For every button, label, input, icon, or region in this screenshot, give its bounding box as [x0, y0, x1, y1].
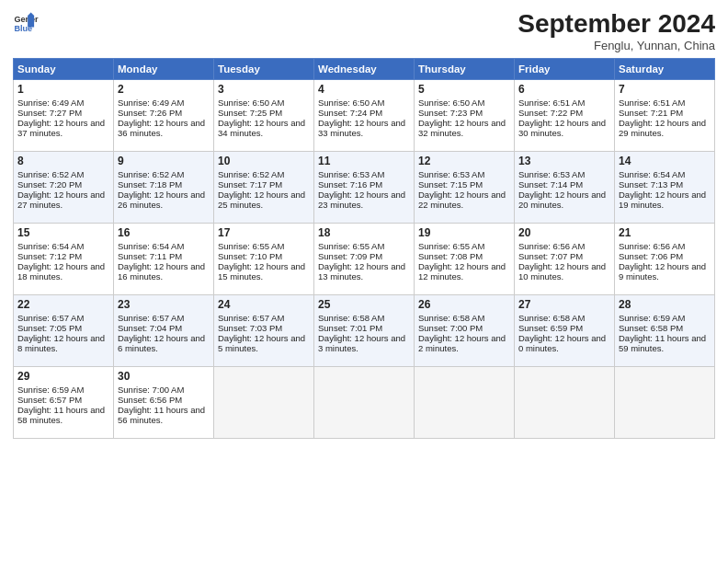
sunrise-text: Sunrise: 6:50 AM	[318, 98, 384, 108]
sunset-text: Sunset: 6:59 PM	[518, 323, 583, 333]
table-cell: 6Sunrise: 6:51 AMSunset: 7:22 PMDaylight…	[515, 80, 615, 152]
sunrise-text: Sunrise: 6:56 AM	[619, 241, 685, 251]
header-row: Sunday Monday Tuesday Wednesday Thursday…	[14, 59, 715, 80]
sunrise-text: Sunrise: 6:58 AM	[318, 313, 384, 323]
sunset-text: Sunset: 7:09 PM	[318, 251, 382, 261]
daylight-text: Daylight: 11 hours and 56 minutes.	[118, 405, 205, 425]
header: General Blue September 2024 Fenglu, Yunn…	[13, 9, 715, 52]
sunset-text: Sunset: 7:13 PM	[619, 179, 683, 190]
sunset-text: Sunset: 7:26 PM	[118, 108, 182, 118]
daylight-text: Daylight: 12 hours and 20 minutes.	[518, 190, 606, 210]
day-number: 16	[118, 226, 210, 239]
sunrise-text: Sunrise: 6:49 AM	[17, 98, 84, 108]
table-cell: 26Sunrise: 6:58 AMSunset: 7:00 PMDayligh…	[415, 295, 515, 367]
day-number: 21	[619, 226, 711, 239]
day-number: 7	[619, 83, 711, 96]
day-number: 8	[17, 155, 109, 167]
sunset-text: Sunset: 7:12 PM	[17, 251, 82, 261]
sunset-text: Sunset: 7:03 PM	[218, 323, 282, 333]
table-cell: 18Sunrise: 6:55 AMSunset: 7:09 PMDayligh…	[314, 224, 415, 295]
sunrise-text: Sunrise: 6:58 AM	[418, 313, 484, 323]
sunrise-text: Sunrise: 6:59 AM	[17, 385, 84, 395]
daylight-text: Daylight: 12 hours and 19 minutes.	[619, 190, 706, 210]
daylight-text: Daylight: 12 hours and 27 minutes.	[17, 190, 105, 210]
logo-icon: General Blue	[13, 9, 39, 35]
sunset-text: Sunset: 7:24 PM	[318, 108, 382, 118]
sunrise-text: Sunrise: 6:56 AM	[518, 241, 585, 251]
table-cell: 7Sunrise: 6:51 AMSunset: 7:21 PMDaylight…	[615, 80, 715, 152]
col-monday: Monday	[114, 59, 214, 80]
sunrise-text: Sunrise: 6:49 AM	[118, 98, 184, 108]
week-row: 8Sunrise: 6:52 AMSunset: 7:20 PMDaylight…	[14, 152, 715, 224]
day-number: 6	[518, 83, 610, 96]
week-row: 1Sunrise: 6:49 AMSunset: 7:27 PMDaylight…	[14, 80, 715, 152]
table-cell: 10Sunrise: 6:52 AMSunset: 7:17 PMDayligh…	[214, 152, 314, 224]
day-number: 10	[218, 155, 310, 167]
day-number: 15	[17, 226, 109, 239]
sunset-text: Sunset: 7:01 PM	[318, 323, 382, 333]
sunrise-text: Sunrise: 6:52 AM	[218, 169, 284, 179]
sunset-text: Sunset: 7:04 PM	[118, 323, 182, 333]
sunset-text: Sunset: 7:27 PM	[17, 108, 82, 118]
table-cell: 24Sunrise: 6:57 AMSunset: 7:03 PMDayligh…	[214, 295, 314, 367]
sunset-text: Sunset: 7:16 PM	[318, 179, 382, 190]
col-wednesday: Wednesday	[314, 59, 415, 80]
sunset-text: Sunset: 7:15 PM	[418, 179, 483, 190]
day-number: 13	[518, 155, 610, 167]
table-cell: 14Sunrise: 6:54 AMSunset: 7:13 PMDayligh…	[615, 152, 715, 224]
col-sunday: Sunday	[14, 59, 114, 80]
sunrise-text: Sunrise: 6:52 AM	[118, 169, 184, 179]
col-friday: Friday	[515, 59, 615, 80]
table-cell: 23Sunrise: 6:57 AMSunset: 7:04 PMDayligh…	[114, 295, 214, 367]
table-cell: 5Sunrise: 6:50 AMSunset: 7:23 PMDaylight…	[415, 80, 515, 152]
sunset-text: Sunset: 7:06 PM	[619, 251, 683, 261]
sunrise-text: Sunrise: 6:54 AM	[17, 241, 84, 251]
sunset-text: Sunset: 7:11 PM	[118, 251, 182, 261]
sunrise-text: Sunrise: 6:57 AM	[118, 313, 184, 323]
table-cell: 30Sunrise: 7:00 AMSunset: 6:56 PMDayligh…	[114, 367, 214, 439]
day-number: 12	[418, 155, 510, 167]
daylight-text: Daylight: 12 hours and 15 minutes.	[218, 261, 305, 282]
location: Fenglu, Yunnan, China	[518, 39, 715, 52]
day-number: 25	[318, 298, 410, 311]
table-cell: 25Sunrise: 6:58 AMSunset: 7:01 PMDayligh…	[314, 295, 415, 367]
daylight-text: Daylight: 12 hours and 26 minutes.	[118, 190, 205, 210]
table-cell	[415, 367, 515, 439]
daylight-text: Daylight: 12 hours and 12 minutes.	[418, 261, 506, 282]
sunset-text: Sunset: 7:14 PM	[518, 179, 583, 190]
sunrise-text: Sunrise: 6:59 AM	[619, 313, 685, 323]
daylight-text: Daylight: 12 hours and 37 minutes.	[17, 118, 105, 138]
sunset-text: Sunset: 6:56 PM	[118, 395, 182, 405]
month-title: September 2024	[518, 9, 715, 39]
sunrise-text: Sunrise: 6:55 AM	[218, 241, 284, 251]
daylight-text: Daylight: 12 hours and 6 minutes.	[118, 333, 205, 353]
sunset-text: Sunset: 7:10 PM	[218, 251, 282, 261]
sunset-text: Sunset: 7:22 PM	[518, 108, 583, 118]
sunrise-text: Sunrise: 6:52 AM	[17, 169, 84, 179]
sunset-text: Sunset: 7:23 PM	[418, 108, 483, 118]
day-number: 4	[318, 83, 410, 96]
sunrise-text: Sunrise: 6:58 AM	[518, 313, 585, 323]
table-cell: 19Sunrise: 6:55 AMSunset: 7:08 PMDayligh…	[415, 224, 515, 295]
day-number: 17	[218, 226, 310, 239]
daylight-text: Daylight: 12 hours and 32 minutes.	[418, 118, 506, 138]
table-cell: 4Sunrise: 6:50 AMSunset: 7:24 PMDaylight…	[314, 80, 415, 152]
daylight-text: Daylight: 12 hours and 33 minutes.	[318, 118, 405, 138]
daylight-text: Daylight: 12 hours and 29 minutes.	[619, 118, 706, 138]
col-thursday: Thursday	[415, 59, 515, 80]
title-area: September 2024 Fenglu, Yunnan, China	[518, 9, 715, 52]
daylight-text: Daylight: 12 hours and 8 minutes.	[17, 333, 105, 353]
day-number: 29	[17, 370, 109, 383]
col-tuesday: Tuesday	[214, 59, 314, 80]
daylight-text: Daylight: 12 hours and 2 minutes.	[418, 333, 506, 353]
sunrise-text: Sunrise: 6:53 AM	[318, 169, 384, 179]
daylight-text: Daylight: 12 hours and 34 minutes.	[218, 118, 305, 138]
table-cell: 21Sunrise: 6:56 AMSunset: 7:06 PMDayligh…	[615, 224, 715, 295]
day-number: 26	[418, 298, 510, 311]
sunset-text: Sunset: 6:58 PM	[619, 323, 683, 333]
col-saturday: Saturday	[615, 59, 715, 80]
daylight-text: Daylight: 12 hours and 30 minutes.	[518, 118, 606, 138]
daylight-text: Daylight: 12 hours and 9 minutes.	[619, 261, 706, 282]
daylight-text: Daylight: 12 hours and 5 minutes.	[218, 333, 305, 353]
daylight-text: Daylight: 12 hours and 10 minutes.	[518, 261, 606, 282]
